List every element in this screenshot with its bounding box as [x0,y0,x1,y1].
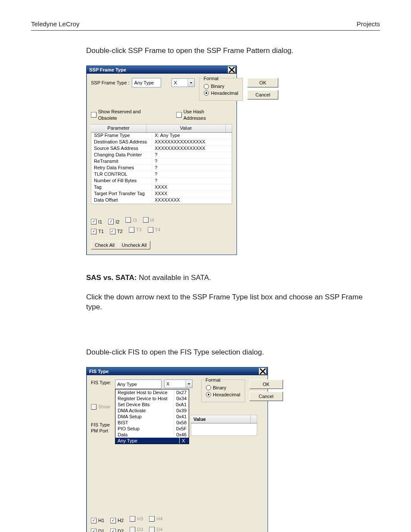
value-cell: X: Any Type [152,133,232,139]
checkbox-icon [143,217,149,223]
value-cell: ? [152,152,232,158]
option-code: 0x46 [174,432,189,438]
checkbox-d2[interactable]: D2 [110,528,124,532]
checkbox-icon [176,112,182,118]
param-cell: Data Offset [91,197,152,203]
option-name: Set Device Bits [115,401,174,408]
dropdown-option[interactable]: Set Device Bits0xA1 [115,401,189,408]
checkbox-d1[interactable]: D1 [91,528,104,532]
fis-type-dialog: FIS Type FIS Type: Any Type [86,367,268,532]
dropdown-option[interactable]: DMA Activate0x39 [115,408,189,414]
checkbox-t4: T4 [148,227,161,233]
cancel-button[interactable]: Cancel [249,392,283,401]
param-cell: TLR CONTROL [91,171,152,177]
check-all-button[interactable]: Check All [91,241,118,249]
option-code: 0x41 [174,414,189,420]
option-code: 0x27 [174,389,189,395]
checkbox-icon [91,529,97,532]
fis-value-header[interactable]: Value [191,415,251,423]
ssp-table-header: Parameter Value [91,124,232,133]
checkbox-icon [110,229,115,234]
table-row[interactable]: Retry Data Frames? [91,165,232,171]
param-cell: Retry Data Frames [91,165,152,171]
option-code: 0x58 [174,420,189,426]
value-cell: ? [152,165,232,171]
table-row[interactable]: Changing Data Pointer? [91,152,232,159]
checkbox-icon [148,227,153,233]
uncheck-all-button[interactable]: Uncheck All [118,241,150,249]
table-row[interactable]: Source SAS AddressXXXXXXXXXXXXXXXX [91,146,232,152]
chevron-down-icon[interactable] [187,79,194,87]
col-scroll [251,415,257,423]
radio-binary[interactable]: Binary [206,385,240,391]
dropdown-option[interactable]: Register Host to Device0x27 [115,389,189,395]
dropdown-option[interactable]: BIST0x58 [115,420,189,426]
radio-hexadecimal[interactable]: Hexadecimal [206,392,240,398]
checkbox-t2[interactable]: T2 [110,228,123,235]
table-row[interactable]: TLR CONTROL? [91,171,232,178]
col-value[interactable]: Value [146,124,226,132]
cancel-button[interactable]: Cancel [247,90,278,100]
fis-type-value[interactable]: Any Type [115,380,162,389]
dropdown-option[interactable]: Any TypeX [115,438,189,444]
checkbox-h4: H4 [149,516,162,522]
fis-value-header-row: Value [191,415,257,423]
col-parameter[interactable]: Parameter [91,124,146,132]
option-code: 0x5F [174,426,189,432]
ssp-x-combo[interactable]: X [171,78,195,87]
header-rule [31,30,380,31]
ssp-initiator-checkrow: I1I2I3I4 [91,217,232,225]
checkbox-icon [91,404,97,410]
table-row[interactable]: TagXXXX [91,184,232,191]
radio-icon [206,385,211,390]
checkbox-icon [91,112,97,118]
show-reserved-checkbox[interactable]: Show Reserved and Obsolete [91,109,159,121]
param-cell: Source SAS Address [91,146,152,152]
close-icon[interactable] [228,66,236,73]
ssp-x-value: X [172,79,187,87]
ssp-frame-type-value[interactable]: Any Type [132,78,161,87]
use-hash-checkbox[interactable]: Use Hash Addresses [176,109,226,121]
checkbox-h2[interactable]: H2 [110,517,124,524]
intro-paragraph-2: Double-click FIS to open the FIS Type se… [86,348,380,358]
checkbox-i2[interactable]: I2 [108,219,119,225]
radio-icon [206,392,211,397]
fis-x-combo[interactable]: X [164,380,193,388]
checkbox-t1[interactable]: T1 [91,228,104,235]
show-checkbox: Show [91,404,110,410]
radio-binary[interactable]: Binary [204,83,238,90]
value-cell: XXXXXXXX [152,197,232,203]
table-row[interactable]: Target Port Transfer TagXXXX [91,191,232,197]
radio-hexadecimal[interactable]: Hexadecimal [204,90,238,96]
option-name: DMA Setup [115,414,174,420]
ok-button[interactable]: OK [249,380,283,389]
value-cell: ? [152,178,232,184]
checkbox-i4: I4 [143,217,154,224]
close-icon[interactable] [259,368,267,375]
option-name: PIO Setup [115,426,174,432]
table-row[interactable]: Destination SAS AddressXXXXXXXXXXXXXXXX [91,139,232,146]
table-row[interactable]: SSP Frame TypeX: Any Type [91,133,232,139]
value-cell: XXXX [152,184,232,190]
chevron-down-icon[interactable] [185,380,192,388]
dropdown-option[interactable]: DMA Setup0x41 [115,414,189,420]
table-row[interactable]: ReTransmit? [91,159,232,165]
header-right: Projects [357,20,380,28]
dropdown-option[interactable]: Data0x46 [115,432,189,438]
checkbox-i1[interactable]: I1 [91,219,102,225]
checkbox-icon [149,527,155,532]
radio-icon [204,84,209,89]
fis-type-dropdown-list[interactable]: Register Host to Device0x27Register Devi… [115,389,189,444]
checkbox-h1[interactable]: H1 [91,517,104,524]
option-name: Register Host to Device [115,389,174,395]
left-label-fis-type: FIS Type [91,422,110,428]
ssp-dialog-title: SSP Frame Type [89,67,126,73]
param-cell: ReTransmit [91,159,152,165]
dropdown-option[interactable]: Register Device to Host0x34 [115,395,189,401]
table-row[interactable]: Number of Fill Bytes? [91,178,232,184]
value-cell: XXXXXXXXXXXXXXXX [152,139,232,145]
table-row[interactable]: Data OffsetXXXXXXXX [91,197,232,204]
param-cell: Destination SAS Address [91,139,152,145]
ok-button[interactable]: OK [247,78,278,87]
dropdown-option[interactable]: PIO Setup0x5F [115,426,189,432]
